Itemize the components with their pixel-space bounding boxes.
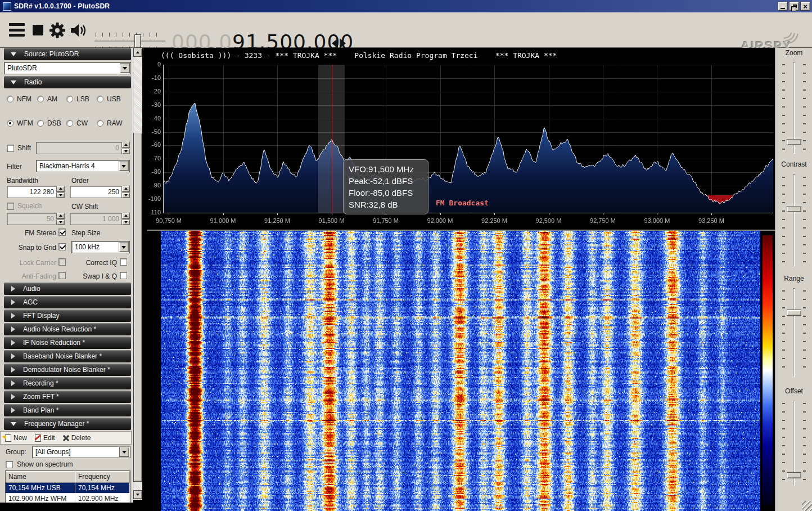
mode-cw-radio[interactable]: CW xyxy=(66,119,88,127)
panel-header-radio[interactable]: Radio xyxy=(4,76,131,88)
spin-up-button[interactable] xyxy=(56,213,65,219)
cw-shift-spinner[interactable]: 1 000 xyxy=(70,213,130,225)
range-slider[interactable] xyxy=(782,288,806,377)
frequency-step-up-button[interactable] xyxy=(340,38,346,48)
fm-stereo-checkbox[interactable] xyxy=(58,228,66,236)
display-area: ((( Osobista ))) - 3233 - *** TROJKA ***… xyxy=(147,48,775,511)
show-on-spectrum-checkbox[interactable]: Show on spectrum xyxy=(6,460,73,468)
waterfall-color-scale xyxy=(763,235,773,505)
shift-spinner[interactable]: 0 xyxy=(36,142,130,154)
squelch-spinner[interactable]: 50 xyxy=(7,213,65,225)
correct-iq-label: Correct IQ xyxy=(67,259,117,267)
mode-usb-radio[interactable]: USB xyxy=(97,95,121,103)
panel-header-demodulator-noise-blanker[interactable]: Demodulator Noise Blanker * xyxy=(4,364,131,376)
panel-header-audio[interactable]: Audio xyxy=(4,283,131,295)
app-icon xyxy=(3,2,11,11)
minimize-button[interactable] xyxy=(778,2,788,11)
volume-track[interactable] xyxy=(94,41,165,42)
resize-grip[interactable] xyxy=(802,501,812,511)
slider-thumb[interactable] xyxy=(787,310,801,316)
mode-am-radio[interactable]: AM xyxy=(37,95,57,103)
panel-header-agc[interactable]: AGC xyxy=(4,296,131,308)
mode-lsb-radio[interactable]: LSB xyxy=(66,95,89,103)
waterfall-canvas[interactable] xyxy=(161,231,760,511)
status-strip xyxy=(0,503,147,511)
spin-up-button[interactable] xyxy=(56,186,65,192)
scrollbar-thumb[interactable] xyxy=(133,133,142,482)
spin-down-button[interactable] xyxy=(121,192,130,199)
display-controls-panel: Zoom Contrast Range Offset xyxy=(775,48,812,511)
sidebar-scrollbar[interactable] xyxy=(133,48,142,500)
filter-select[interactable]: Blackman-Harris 4 xyxy=(36,160,130,172)
close-button[interactable]: × xyxy=(800,2,810,11)
panel-header-band-plan[interactable]: Band Plan * xyxy=(4,404,131,416)
column-header-name[interactable]: Name xyxy=(6,471,75,483)
settings-button[interactable] xyxy=(48,21,66,41)
panel-header-fft-display[interactable]: FFT Display xyxy=(4,310,131,322)
spin-down-button[interactable] xyxy=(56,192,65,199)
dropdown-button[interactable] xyxy=(119,447,129,457)
chevron-down-icon xyxy=(11,422,16,426)
swap-iq-checkbox[interactable] xyxy=(120,272,127,279)
restore-button[interactable] xyxy=(789,2,799,11)
mode-nfm-radio[interactable]: NFM xyxy=(7,95,31,103)
mode-wfm-radio[interactable]: WFM xyxy=(7,119,33,127)
panel-header-recording[interactable]: Recording * xyxy=(4,377,131,389)
contrast-slider-label: Contrast xyxy=(775,160,812,168)
delete-entry-button[interactable]: Delete xyxy=(63,434,91,442)
menu-button[interactable] xyxy=(9,23,25,37)
snap-to-grid-checkbox[interactable] xyxy=(58,243,66,250)
source-select[interactable]: PlutoSDR xyxy=(4,62,131,74)
spin-up-button[interactable] xyxy=(121,213,130,219)
mode-dsb-radio[interactable]: DSB xyxy=(37,119,61,127)
tooltip-peak: Peak:-52,1 dBFS xyxy=(349,175,423,187)
order-spinner[interactable]: 250 xyxy=(70,186,130,198)
panel-header-baseband-noise-blanker[interactable]: Baseband Noise Blanker * xyxy=(4,350,131,362)
volume-thumb[interactable] xyxy=(134,34,141,48)
slider-thumb[interactable] xyxy=(787,472,801,478)
dropdown-button[interactable] xyxy=(119,242,129,252)
spin-down-button[interactable] xyxy=(121,149,130,155)
lock-carrier-checkbox[interactable] xyxy=(58,258,66,266)
panel-header-frequency-manager[interactable]: Frequency Manager * xyxy=(4,418,131,430)
group-select[interactable]: [All Groups] xyxy=(32,446,130,458)
slider-track[interactable] xyxy=(793,288,795,377)
contrast-slider[interactable] xyxy=(782,174,806,266)
shift-checkbox[interactable]: Shift xyxy=(7,144,31,152)
zoom-slider[interactable] xyxy=(782,62,806,154)
panel-header-audio-noise-reduction[interactable]: Audio Noise Reduction * xyxy=(4,323,131,335)
scroll-up-button[interactable] xyxy=(133,48,142,57)
dropdown-button[interactable] xyxy=(119,161,129,171)
slider-ticks xyxy=(782,403,785,484)
column-header-frequency[interactable]: Frequency xyxy=(75,471,130,483)
offset-slider[interactable] xyxy=(782,401,806,486)
filter-label: Filter xyxy=(7,163,22,171)
rds-text: ((( Osobista ))) - 3233 - *** TROJKA ***… xyxy=(161,51,557,60)
speaker-icon xyxy=(70,23,89,38)
scroll-down-button[interactable] xyxy=(133,490,142,499)
frequency-step-down-button[interactable] xyxy=(332,38,338,48)
panel-header-source[interactable]: Source: PlutoSDR xyxy=(4,48,131,60)
step-size-select[interactable]: 100 kHz xyxy=(71,241,130,253)
new-entry-button[interactable]: New xyxy=(5,434,27,442)
spin-up-button[interactable] xyxy=(121,142,130,148)
stop-button[interactable] xyxy=(33,25,43,35)
anti-fading-checkbox[interactable] xyxy=(58,272,66,279)
spin-down-button[interactable] xyxy=(56,219,65,226)
spin-up-button[interactable] xyxy=(121,186,130,192)
panel-header-if-noise-reduction[interactable]: IF Noise Reduction * xyxy=(4,337,131,349)
edit-entry-button[interactable]: Edit xyxy=(35,434,55,442)
squelch-checkbox[interactable]: Squelch xyxy=(7,202,42,210)
slider-track[interactable] xyxy=(793,174,795,266)
table-row[interactable]: 70,154 MHz USB 70,154 MHz xyxy=(6,483,130,494)
correct-iq-checkbox[interactable] xyxy=(120,258,127,266)
mute-button[interactable] xyxy=(70,23,89,40)
panel-header-zoom-fft[interactable]: Zoom FFT * xyxy=(4,391,131,403)
slider-thumb[interactable] xyxy=(787,206,801,212)
title-bar[interactable]: SDR# v1.0.0.1700 - PlutoSDR × xyxy=(0,0,812,12)
mode-raw-radio[interactable]: RAW xyxy=(97,119,123,127)
dropdown-button[interactable] xyxy=(120,63,130,73)
slider-thumb[interactable] xyxy=(787,139,801,145)
spin-down-button[interactable] xyxy=(121,219,130,226)
bandwidth-spinner[interactable]: 122 280 xyxy=(7,186,65,198)
